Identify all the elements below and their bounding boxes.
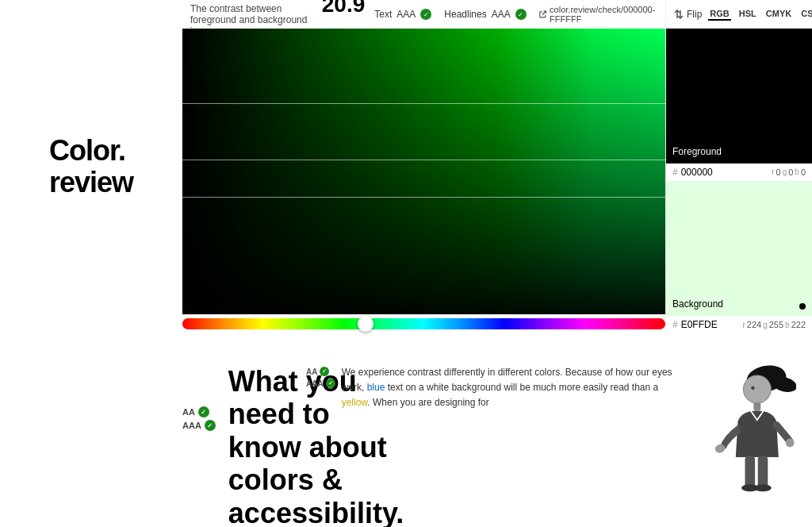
aa-check: ✓ (198, 406, 209, 417)
body-text: We experience contrast differently in di… (342, 365, 688, 411)
panel-top-bar: Flip RGB HSL CMYK CSS (666, 0, 812, 29)
bottom-left: AA ✓ AAA ✓ What you need to know about c… (0, 357, 293, 527)
headlines-badge-group: Headlines AAA ✓ (444, 9, 526, 20)
logo: Color. review (49, 135, 133, 198)
body-content: AA ✓ AAA ✓ We experience contrast differ… (306, 365, 688, 411)
bg-swatch[interactable]: Background (666, 182, 812, 317)
top-bar: The contrast between foreground and back… (182, 0, 665, 29)
bg-g-label: g (763, 321, 768, 329)
accessibility-icons: AA ✓ AAA ✓ (182, 406, 216, 431)
bg-b-label: b (785, 321, 790, 329)
svg-rect-9 (758, 456, 768, 488)
color-mode-tabs: RGB HSL CMYK CSS (708, 8, 812, 21)
flip-button[interactable]: Flip (674, 9, 702, 20)
body-accessibility-icons: AA ✓ AAA ✓ (306, 365, 335, 388)
bottom-section: AA ✓ AAA ✓ What you need to know about c… (0, 333, 812, 527)
body-aa-row: AA ✓ (306, 367, 335, 376)
text-label: Text (374, 9, 392, 20)
bg-r-value: 224 (747, 320, 761, 329)
tab-rgb[interactable]: RGB (708, 8, 730, 21)
tab-cmyk[interactable]: CMYK (764, 8, 793, 21)
flip-label: Flip (687, 9, 702, 20)
body-area: AA ✓ AAA ✓ We experience contrast differ… (293, 357, 701, 411)
gradient-canvas[interactable]: 7 4.5 3 (182, 29, 665, 314)
body-aa-check: ✓ (320, 367, 329, 376)
logo-line1: Color. (49, 134, 125, 167)
fg-hash: # (672, 167, 678, 178)
svg-rect-5 (753, 402, 760, 411)
fg-g-value: 0 (788, 167, 793, 177)
body-aaa-label: AAA (306, 379, 324, 388)
url-link[interactable]: color.review/check/000000-FFFFFF (539, 5, 657, 24)
body-aa-label: AA (306, 367, 317, 376)
hue-bar-wrapper[interactable] (182, 314, 665, 333)
bg-rgb-values: r 224 g 255 b 222 (742, 320, 806, 329)
fg-g-label: g (783, 167, 787, 176)
headlines-label: Headlines (444, 9, 486, 20)
canvas-wrapper: The contrast between foreground and back… (182, 0, 665, 333)
link-icon (539, 10, 546, 19)
bg-input-row: # r 224 g 255 b 222 (666, 316, 812, 333)
person-illustration (701, 357, 796, 500)
bg-label: Background (672, 298, 723, 310)
body-aaa-row: AAA ✓ (306, 379, 335, 388)
fg-input-row: # r 0 g 0 b 0 (666, 163, 812, 182)
url-text: color.review/check/000000-FFFFFF (550, 5, 657, 24)
flip-icon (674, 10, 684, 19)
contrast-value: 20.9 (322, 0, 366, 17)
top-bar-right: Text AAA ✓ Headlines AAA ✓ color.review/… (374, 5, 657, 24)
bg-r-label: r (742, 321, 745, 329)
aaa-check: ✓ (205, 420, 216, 431)
svg-point-3 (744, 375, 771, 402)
fg-rgb-values: r 0 g 0 b 0 (772, 167, 806, 177)
bg-hex-input[interactable] (681, 319, 729, 330)
text-aaa-badge: ✓ (420, 9, 431, 20)
fg-hex-input[interactable] (681, 167, 729, 178)
bg-g-value: 255 (769, 320, 783, 329)
hue-bar[interactable] (182, 318, 665, 329)
fg-r-value: 0 (776, 167, 781, 177)
tab-css[interactable]: CSS (799, 8, 812, 21)
svg-point-4 (751, 386, 755, 390)
fg-label: Foreground (672, 146, 722, 157)
text-rating: AAA (396, 9, 416, 20)
right-panel: Flip RGB HSL CMYK CSS Foreground # r 0 g (665, 0, 812, 333)
highlight-blue: blue (367, 382, 385, 393)
fg-swatch[interactable]: Foreground (666, 29, 812, 163)
highlight-yellow: yellow (342, 397, 368, 408)
fg-b-value: 0 (801, 167, 806, 177)
aaa-label: AAA (182, 421, 201, 430)
svg-point-7 (786, 439, 795, 448)
illustration (701, 357, 796, 503)
tab-hsl[interactable]: HSL (737, 8, 758, 21)
bg-dot (799, 303, 806, 310)
svg-point-11 (754, 484, 772, 491)
logo-line2: review (49, 166, 133, 198)
bg-hash: # (672, 319, 678, 330)
headlines-aaa-badge: ✓ (515, 9, 527, 20)
fg-b-label: b (795, 167, 799, 176)
bg-b-value: 222 (791, 320, 806, 329)
text-badge-group: Text AAA ✓ (374, 9, 431, 20)
aaa-row: AAA ✓ (182, 420, 216, 431)
aa-label: AA (182, 407, 195, 417)
color-swatch-block: Foreground # r 0 g 0 b 0 Background (666, 29, 812, 333)
headlines-rating: AAA (492, 9, 511, 20)
aa-row: AA ✓ (182, 406, 216, 417)
fg-r-label: r (772, 167, 774, 176)
hue-thumb[interactable] (358, 316, 373, 332)
body-aaa-check: ✓ (326, 379, 335, 388)
logo-area: Color. review (0, 0, 182, 333)
svg-rect-8 (745, 456, 756, 488)
